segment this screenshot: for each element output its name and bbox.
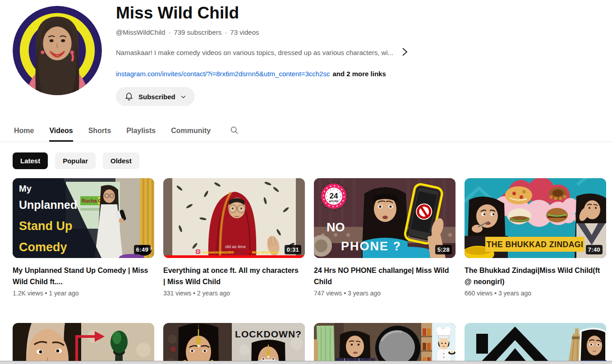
svg-text:PHONE ?: PHONE ? xyxy=(341,240,401,253)
video-count: 73 videos xyxy=(230,28,259,36)
duration-badge: 5:28 xyxy=(435,245,452,254)
thumbnail-art-lockdown: LOCKDOWN? xyxy=(163,323,305,364)
chip-latest[interactable]: Latest xyxy=(13,152,48,169)
thumbnail-art-bhukkad: THE BHUKKAD ZINDAGI xyxy=(465,178,606,258)
svg-text:THE BHUKKAD ZINDAGI: THE BHUKKAD ZINDAGI xyxy=(487,240,584,249)
search-icon xyxy=(230,129,239,136)
video-meta: 747 views • 3 years ago xyxy=(314,290,456,297)
subscribed-label: Subscribed xyxy=(138,93,175,101)
video-card xyxy=(13,323,154,364)
separator-dot: · xyxy=(225,28,227,36)
channel-info: Miss Wild Child @MissWildChild·739 subsc… xyxy=(116,6,612,106)
subscribed-button[interactable]: Subscribed xyxy=(116,87,195,106)
video-card: LOCKDOWN? xyxy=(163,323,305,364)
thumbnail-art-cooking xyxy=(314,323,456,364)
video-title[interactable]: My Unplanned Stand Up Comedy | Miss Wild… xyxy=(13,265,154,287)
svg-text:24: 24 xyxy=(330,192,338,200)
video-card: Rucha Gandhi My Unplanned Stand Up Comed… xyxy=(13,178,154,297)
bell-icon xyxy=(124,92,134,101)
video-thumbnail[interactable]: LOCKDOWN? xyxy=(163,323,305,364)
channel-handle: @MissWildChild xyxy=(116,28,165,36)
channel-links-row: instagram.com/invites/contact/?i=8rx6m2d… xyxy=(116,70,612,78)
duration-badge: 7:40 xyxy=(586,245,603,254)
svg-text:Comedy: Comedy xyxy=(19,240,67,254)
video-meta: 331 views • 2 years ago xyxy=(163,290,305,297)
filter-chips-row: Latest Popular Oldest xyxy=(0,142,612,169)
svg-text:Unplanned: Unplanned xyxy=(19,198,77,211)
channel-description-row: Namaskaar! I make comedy videos on vario… xyxy=(116,46,580,59)
video-thumbnail[interactable]: old as time misswildchild2000 Miss Wild … xyxy=(163,178,305,258)
video-title[interactable]: The Bhukkad Zindagi|Miss Wild Child(ft @… xyxy=(465,265,606,287)
separator-dot: · xyxy=(168,28,170,36)
more-links-label[interactable]: and 2 more links xyxy=(332,70,386,78)
tab-community[interactable]: Community xyxy=(171,127,211,142)
tab-videos[interactable]: Videos xyxy=(49,127,73,142)
thumbnail-art-sculpture xyxy=(13,323,154,364)
tab-playlists[interactable]: Playlists xyxy=(126,127,156,142)
svg-text:misswildchild2000: misswildchild2000 xyxy=(202,250,234,254)
svg-text:Stand Up: Stand Up xyxy=(19,219,73,233)
window-bottom-edge xyxy=(0,361,612,364)
channel-title: Miss Wild Child xyxy=(116,3,612,23)
video-thumbnail[interactable] xyxy=(465,323,606,364)
video-meta: 1.2K views • 1 year ago xyxy=(13,290,154,297)
channel-link[interactable]: instagram.com/invites/contact/?i=8rx6m2d… xyxy=(116,70,330,78)
svg-text:My: My xyxy=(19,184,32,194)
video-card: THE BHUKKAD ZINDAGI 7:40 The Bhukkad Zin… xyxy=(465,178,606,297)
description-expand-button[interactable] xyxy=(400,46,409,59)
video-card xyxy=(314,323,456,364)
channel-description[interactable]: Namaskaar! I make comedy videos on vario… xyxy=(116,49,393,56)
thumbnail-art-standup: Rucha Gandhi My Unplanned Stand Up Comed… xyxy=(13,178,154,258)
video-thumbnail[interactable]: THE BHUKKAD ZINDAGI 7:40 xyxy=(465,178,606,258)
svg-text:LOCKDOWN?: LOCKDOWN? xyxy=(235,329,302,339)
subscriber-count: 739 subscribers xyxy=(174,28,221,36)
video-grid: Rucha Gandhi My Unplanned Stand Up Comed… xyxy=(0,169,612,364)
thumbnail-art-house xyxy=(465,323,606,364)
tab-shorts[interactable]: Shorts xyxy=(88,127,111,142)
chip-popular[interactable]: Popular xyxy=(55,152,96,169)
video-meta: 660 views • 3 years ago xyxy=(465,290,606,297)
duration-badge: 6:49 xyxy=(134,245,151,254)
channel-meta: @MissWildChild·739 subscribers·73 videos xyxy=(116,28,612,36)
thumbnail-art-characters: old as time misswildchild2000 Miss Wild … xyxy=(163,178,305,258)
svg-text:Miss Wild Child: Miss Wild Child xyxy=(252,250,279,254)
channel-tabs-bar: Home Videos Shorts Playlists Community xyxy=(0,118,612,142)
video-title[interactable]: Everything at once ft. All my characters… xyxy=(163,265,305,287)
video-thumbnail[interactable] xyxy=(314,323,456,364)
subscribe-row: Subscribed xyxy=(116,87,612,106)
avatar-illustration xyxy=(13,6,102,95)
duration-badge: 0:31 xyxy=(285,245,301,254)
video-card: 24 HOURS NO PHONE ? 5:28 24 Hrs NO PHONE… xyxy=(314,178,456,297)
svg-text:NO: NO xyxy=(327,221,345,234)
video-card xyxy=(465,323,606,364)
chevron-down-icon xyxy=(180,93,187,100)
svg-text:old as time: old as time xyxy=(225,244,246,249)
video-card: old as time misswildchild2000 Miss Wild … xyxy=(163,178,305,297)
channel-header: Miss Wild Child @MissWildChild·739 subsc… xyxy=(0,0,612,106)
tab-home[interactable]: Home xyxy=(14,127,34,142)
thumbnail-art-no-phone: 24 HOURS NO PHONE ? xyxy=(314,178,456,258)
video-thumbnail[interactable]: 24 HOURS NO PHONE ? 5:28 xyxy=(314,178,456,258)
chevron-right-icon xyxy=(400,46,409,59)
video-thumbnail[interactable] xyxy=(13,323,154,364)
search-button[interactable] xyxy=(230,125,239,142)
chip-oldest[interactable]: Oldest xyxy=(103,152,139,169)
svg-text:HOURS: HOURS xyxy=(329,200,339,203)
channel-avatar[interactable] xyxy=(13,6,102,95)
video-thumbnail[interactable]: Rucha Gandhi My Unplanned Stand Up Comed… xyxy=(13,178,154,258)
video-title[interactable]: 24 Hrs NO PHONE challange| Miss Wild Chi… xyxy=(314,265,456,287)
